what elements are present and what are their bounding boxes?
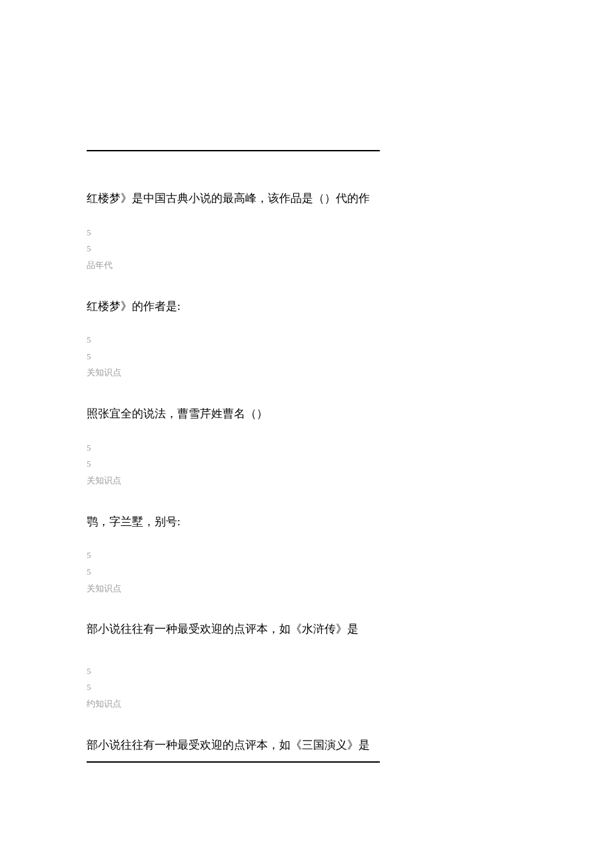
question-block: 红楼梦》的作者是: 5 5 关知识点 bbox=[87, 298, 380, 382]
meta-line: 约知识点 bbox=[87, 696, 380, 713]
meta-line: 品年代 bbox=[87, 257, 380, 274]
question-title: 鹗，字兰墅，别号: bbox=[87, 513, 382, 531]
meta-line: 5 bbox=[87, 679, 380, 696]
meta-line: 5 bbox=[87, 440, 380, 457]
question-title: 部小说往往有一种最受欢迎的点评本，如《水浒传》是 bbox=[87, 621, 382, 638]
meta-line: 5 bbox=[87, 225, 380, 241]
meta-line: 5 bbox=[87, 349, 380, 365]
meta-line: 5 bbox=[87, 241, 380, 257]
question-block: 照张宜全的说法，曹雪芹姓曹名（） 5 5 关知识点 bbox=[87, 405, 380, 489]
question-title: 红楼梦》的作者是: bbox=[87, 298, 382, 315]
meta-line: 关知识点 bbox=[87, 581, 380, 597]
meta-line: 5 bbox=[87, 547, 380, 564]
question-title: 部小说往往有一种最受欢迎的点评本，如《三国演义》是 bbox=[87, 737, 382, 754]
meta-line: 关知识点 bbox=[87, 365, 380, 381]
question-title: 红楼梦》是中国古典小说的最高峰，该作品是（）代的作 bbox=[87, 190, 382, 207]
question-block: 红楼梦》是中国古典小说的最高峰，该作品是（）代的作 5 5 品年代 bbox=[87, 190, 380, 274]
meta-line: 5 bbox=[87, 564, 380, 581]
document-page: 红楼梦》是中国古典小说的最高峰，该作品是（）代的作 5 5 品年代 红楼梦》的作… bbox=[87, 150, 380, 763]
question-title: 照张宜全的说法，曹雪芹姓曹名（） bbox=[87, 405, 382, 423]
meta-line: 关知识点 bbox=[87, 473, 380, 489]
top-divider bbox=[87, 150, 380, 151]
meta-line: 5 bbox=[87, 332, 380, 349]
question-block: 鹗，字兰墅，别号: 5 5 关知识点 bbox=[87, 513, 380, 597]
meta-line: 5 bbox=[87, 456, 380, 473]
bottom-divider bbox=[87, 761, 380, 763]
meta-line: 5 bbox=[87, 663, 380, 680]
question-block: 部小说往往有一种最受欢迎的点评本，如《水浒传》是 5 5 约知识点 bbox=[87, 621, 380, 713]
